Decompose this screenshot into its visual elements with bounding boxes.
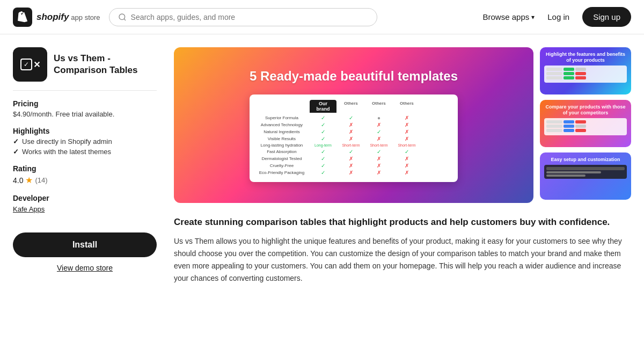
search-bar[interactable]: [109, 8, 377, 26]
svg-point-0: [119, 14, 125, 20]
pricing-section: Pricing $4.90/month. Free trial availabl…: [13, 99, 157, 118]
description-body: Us vs Them allows you to highlight the u…: [174, 235, 631, 285]
search-icon: [118, 13, 127, 21]
demo-store-link[interactable]: View demo store: [13, 264, 157, 272]
rating-row: 4.0 ★ (14): [13, 175, 157, 185]
main-content: ✓ ✕ Us vs Them - Comparison Tables Prici…: [0, 34, 644, 285]
checkmark-icon: ✓: [13, 148, 19, 156]
x-mark-icon: ✕: [33, 60, 40, 70]
highlights-label: Highlights: [13, 127, 157, 135]
highlight-text-1: Use directly in Shopify admin: [22, 137, 112, 146]
main-image-title: 5 Ready-made beautiful templates: [250, 69, 458, 84]
rating-count: (14): [35, 176, 47, 184]
description-section: Create stunning comparison tables that h…: [174, 216, 631, 285]
header-nav: Browse apps ▾ Log in Sign up: [483, 7, 631, 27]
app-header-info: ✓ ✕ Us vs Them - Comparison Tables: [13, 47, 157, 82]
app-title: Us vs Them - Comparison Tables: [54, 53, 157, 76]
developer-label: Developer: [13, 194, 157, 202]
checkmark-icon: ✓: [20, 59, 32, 70]
side-img-title-1: Highlight the features and benefits of y…: [544, 52, 627, 63]
search-input[interactable]: [131, 13, 368, 21]
highlights-section: Highlights ✓ Use directly in Shopify adm…: [13, 127, 157, 156]
logo-text: shopify app store: [36, 12, 100, 23]
header: shopify app store Browse apps ▾ Log in S…: [0, 0, 644, 34]
side-thumbnail-3[interactable]: Easy setup and customization: [540, 152, 631, 200]
install-button[interactable]: Install: [13, 232, 157, 257]
browse-apps-button[interactable]: Browse apps ▾: [483, 12, 535, 21]
logo-area: shopify app store: [13, 8, 100, 27]
highlight-item-1: ✓ Use directly in Shopify admin: [13, 137, 157, 146]
pricing-value: $4.90/month. Free trial available.: [13, 110, 157, 118]
developer-link[interactable]: Kafe Apps: [13, 205, 45, 213]
shopify-logo-icon: [13, 8, 32, 27]
side-thumbnail-2[interactable]: Compare your products with those of your…: [540, 100, 631, 147]
main-screenshot[interactable]: 5 Ready-made beautiful templates Our bra…: [174, 47, 533, 203]
signup-button[interactable]: Sign up: [582, 7, 631, 27]
comparison-table-preview: Our brand Others Others Others Superior …: [250, 94, 458, 182]
rating-label: Rating: [13, 164, 157, 173]
pricing-label: Pricing: [13, 99, 157, 108]
highlight-item-2: ✓ Works with the latest themes: [13, 148, 157, 156]
side-thumbnail-1[interactable]: Highlight the features and benefits of y…: [540, 47, 631, 94]
star-icon: ★: [25, 175, 33, 185]
checkmark-icon: ✓: [13, 137, 19, 146]
chevron-down-icon: ▾: [531, 13, 535, 21]
highlights-list: ✓ Use directly in Shopify admin ✓ Works …: [13, 137, 157, 156]
side-img-title-2: Compare your products with those of your…: [544, 104, 627, 116]
content-area: 5 Ready-made beautiful templates Our bra…: [174, 47, 631, 285]
rating-value: 4.0: [13, 176, 23, 185]
rating-section: Rating 4.0 ★ (14): [13, 164, 157, 185]
login-button[interactable]: Log in: [547, 12, 569, 21]
side-img-title-3: Easy setup and customization: [544, 157, 627, 163]
developer-section: Developer Kafe Apps: [13, 194, 157, 213]
divider: [13, 90, 157, 91]
sidebar: ✓ ✕ Us vs Them - Comparison Tables Prici…: [13, 47, 174, 285]
highlight-text-2: Works with the latest themes: [22, 148, 111, 156]
app-icon: ✓ ✕: [13, 47, 47, 82]
images-grid: 5 Ready-made beautiful templates Our bra…: [174, 47, 631, 203]
description-title: Create stunning comparison tables that h…: [174, 216, 631, 229]
side-images: Highlight the features and benefits of y…: [540, 47, 631, 203]
